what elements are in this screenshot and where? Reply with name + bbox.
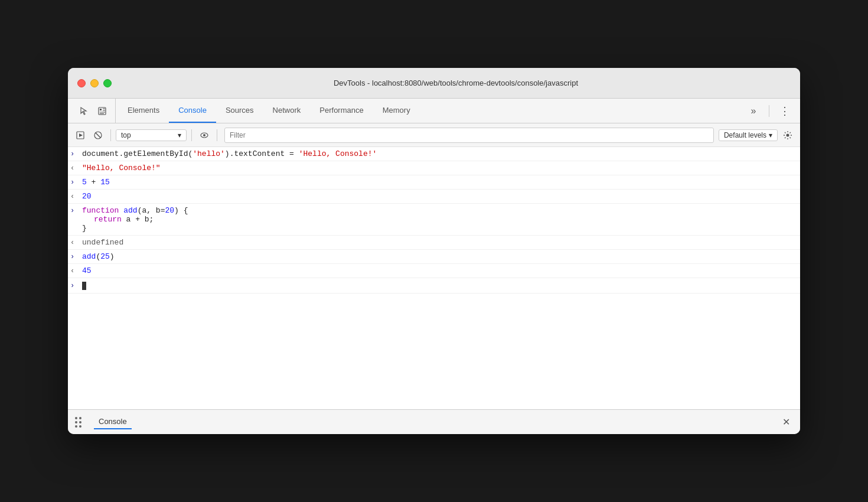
bottom-drawer: Console ✕ [68, 409, 800, 434]
close-button[interactable] [77, 79, 86, 87]
levels-chevron-icon: ▾ [769, 131, 772, 139]
traffic-lights [77, 79, 112, 87]
close-drawer-icon[interactable]: ✕ [779, 415, 793, 429]
console-expression-1: document.getElementById('hello').textCon… [82, 149, 795, 158]
devtools-icons [70, 99, 116, 123]
tab-bar-end: » ⋮ [740, 99, 798, 123]
drawer-console-tab[interactable]: Console [94, 415, 132, 429]
arrow-in-1: › [70, 149, 82, 158]
tab-console[interactable]: Console [169, 99, 216, 123]
title-bar: DevTools - localhost:8080/web/tools/chro… [68, 68, 800, 99]
console-line-7[interactable]: › add(25) [68, 250, 800, 264]
context-chevron-icon: ▾ [178, 131, 181, 139]
more-tabs-icon[interactable]: » [745, 103, 762, 119]
toolbar-divider-3 [217, 129, 217, 141]
toolbar-divider-2 [191, 129, 192, 141]
console-result-2: "Hello, Console!" [82, 164, 795, 172]
arrow-out-4: ‹ [70, 192, 82, 201]
svg-line-9 [96, 133, 100, 138]
console-expression-7: add(25) [82, 252, 795, 261]
arrow-out-6: ‹ [70, 238, 82, 247]
console-input-line[interactable]: › [68, 278, 800, 294]
console-expression-5: function add(a, b=20) { return a + b; } [82, 206, 795, 233]
window-title: DevTools - localhost:8080/web/tools/chro… [121, 79, 791, 87]
toolbar-divider-1 [110, 129, 111, 141]
devtools-menu-icon[interactable]: ⋮ [776, 103, 793, 119]
context-selector[interactable]: top ▾ [116, 129, 187, 141]
console-toolbar: top ▾ Default levels ▾ [68, 123, 800, 147]
console-line-5[interactable]: › function add(a, b=20) { return a + b; … [68, 204, 800, 236]
arrow-out-2: ‹ [70, 164, 82, 172]
svg-point-11 [203, 134, 205, 136]
cursor-blink [82, 282, 86, 290]
arrow-in-5: › [70, 206, 82, 215]
maximize-button[interactable] [103, 79, 112, 87]
svg-marker-7 [79, 133, 83, 137]
tab-network[interactable]: Network [263, 99, 311, 123]
filter-input[interactable] [224, 128, 714, 143]
settings-icon[interactable] [780, 128, 795, 143]
arrow-in-7: › [70, 252, 82, 261]
console-line-2[interactable]: ‹ "Hello, Console!" [68, 161, 800, 175]
console-line-4[interactable]: ‹ 20 [68, 190, 800, 204]
arrow-in-3: › [70, 178, 82, 187]
devtools-window: DevTools - localhost:8080/web/tools/chro… [68, 68, 800, 434]
console-line-1[interactable]: › document.getElementById('hello').textC… [68, 147, 800, 161]
levels-dropdown[interactable]: Default levels ▾ [719, 129, 778, 141]
console-line-3[interactable]: › 5 + 15 [68, 175, 800, 190]
svg-rect-1 [100, 109, 102, 110]
cursor-icon[interactable] [75, 103, 92, 119]
svg-point-12 [787, 133, 789, 136]
execute-icon[interactable] [73, 128, 88, 143]
console-expression-3: 5 + 15 [82, 178, 795, 187]
inspect-icon[interactable] [94, 103, 110, 119]
console-line-6[interactable]: ‹ undefined [68, 236, 800, 250]
tab-memory[interactable]: Memory [373, 99, 420, 123]
tab-performance[interactable]: Performance [310, 99, 373, 123]
tab-sources[interactable]: Sources [216, 99, 263, 123]
console-output: › document.getElementById('hello').textC… [68, 147, 800, 409]
tab-bar: Elements Console Sources Network Perform… [68, 99, 800, 123]
console-input[interactable] [82, 281, 86, 290]
clear-console-icon[interactable] [90, 128, 106, 143]
arrow-in-input: › [70, 281, 82, 290]
drawer-menu-icon[interactable] [75, 416, 87, 428]
console-result-6: undefined [82, 238, 795, 247]
tab-elements[interactable]: Elements [118, 99, 169, 123]
minimize-button[interactable] [90, 79, 99, 87]
arrow-out-8: ‹ [70, 266, 82, 275]
console-result-4: 20 [82, 192, 795, 201]
console-result-8: 45 [82, 266, 795, 275]
console-line-8[interactable]: ‹ 45 [68, 264, 800, 278]
eye-icon[interactable] [197, 128, 212, 143]
